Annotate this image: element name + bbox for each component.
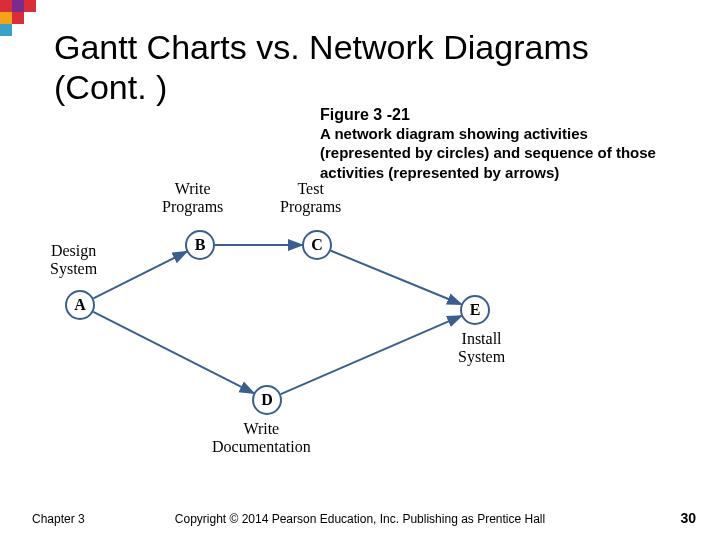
footer-page-number: 30 (680, 510, 696, 526)
node-label-a: DesignSystem (50, 242, 97, 278)
node-d: D (252, 385, 282, 415)
edge-a-b (93, 252, 186, 299)
figure-caption-body: A network diagram showing activities (re… (320, 125, 656, 180)
figure-caption: Figure 3 -21 A network diagram showing a… (320, 105, 680, 182)
edge-d-e (281, 316, 461, 394)
node-label-b: WritePrograms (162, 180, 223, 216)
edge-a-d (93, 312, 253, 393)
node-c: C (302, 230, 332, 260)
node-label-e: InstallSystem (458, 330, 505, 366)
node-e: E (460, 295, 490, 325)
edge-c-e (331, 251, 461, 305)
node-b: B (185, 230, 215, 260)
figure-caption-heading: Figure 3 -21 (320, 106, 410, 123)
footer-copyright: Copyright © 2014 Pearson Education, Inc.… (0, 512, 720, 526)
slide-title-line2: (Cont. ) (54, 68, 167, 107)
network-diagram: ADesignSystemBWriteProgramsCTestPrograms… (40, 190, 540, 450)
node-label-c: TestPrograms (280, 180, 341, 216)
node-label-d: WriteDocumentation (212, 420, 311, 456)
slide-title-line1: Gantt Charts vs. Network Diagrams (54, 28, 589, 67)
brand-logo (0, 0, 48, 48)
node-a: A (65, 290, 95, 320)
